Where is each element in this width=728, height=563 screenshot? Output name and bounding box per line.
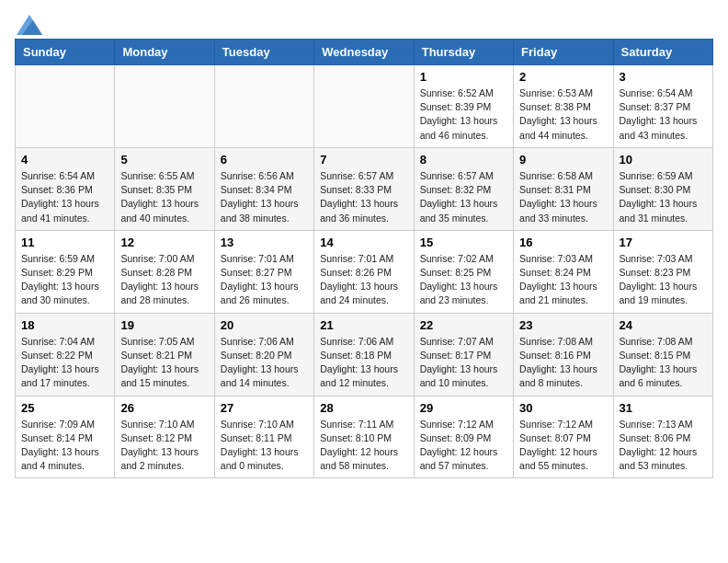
day-cell: 4Sunrise: 6:54 AMSunset: 8:36 PMDaylight… [16,147,115,230]
day-cell [16,65,115,148]
day-cell: 6Sunrise: 6:56 AMSunset: 8:34 PMDaylight… [214,147,313,230]
day-number: 7 [320,153,407,167]
day-number: 4 [21,153,108,167]
day-number: 22 [420,318,507,332]
day-info: Sunrise: 7:02 AMSunset: 8:25 PMDaylight:… [420,252,507,308]
day-cell: 18Sunrise: 7:04 AMSunset: 8:22 PMDayligh… [16,313,115,396]
day-number: 23 [519,318,607,332]
day-info: Sunrise: 7:04 AMSunset: 8:22 PMDaylight:… [21,335,108,391]
day-info: Sunrise: 6:56 AMSunset: 8:34 PMDaylight:… [221,169,308,225]
day-cell: 10Sunrise: 6:59 AMSunset: 8:30 PMDayligh… [613,147,712,230]
day-cell: 3Sunrise: 6:54 AMSunset: 8:37 PMDaylight… [613,65,712,148]
day-cell: 27Sunrise: 7:10 AMSunset: 8:11 PMDayligh… [214,396,313,478]
weekday-header-thursday: Thursday [414,40,513,65]
day-cell [115,65,214,148]
day-cell: 15Sunrise: 7:02 AMSunset: 8:25 PMDayligh… [414,230,513,313]
day-info: Sunrise: 7:05 AMSunset: 8:21 PMDaylight:… [120,335,208,391]
day-number: 1 [420,70,507,84]
day-info: Sunrise: 6:53 AMSunset: 8:38 PMDaylight:… [519,86,607,143]
day-number: 29 [420,401,507,415]
day-number: 20 [221,318,308,332]
day-cell: 16Sunrise: 7:03 AMSunset: 8:24 PMDayligh… [514,230,613,313]
day-cell: 26Sunrise: 7:10 AMSunset: 8:12 PMDayligh… [115,396,214,478]
day-info: Sunrise: 7:03 AMSunset: 8:23 PMDaylight:… [620,252,707,308]
day-number: 13 [221,236,308,249]
day-number: 25 [21,401,108,415]
week-row-4: 18Sunrise: 7:04 AMSunset: 8:22 PMDayligh… [16,313,713,396]
day-info: Sunrise: 6:54 AMSunset: 8:37 PMDaylight:… [620,86,707,143]
day-info: Sunrise: 7:03 AMSunset: 8:24 PMDaylight:… [519,252,607,308]
day-cell: 25Sunrise: 7:09 AMSunset: 8:14 PMDayligh… [16,396,115,478]
week-row-2: 4Sunrise: 6:54 AMSunset: 8:36 PMDaylight… [16,147,713,230]
day-number: 16 [519,236,607,249]
day-info: Sunrise: 6:58 AMSunset: 8:31 PMDaylight:… [519,169,607,225]
day-info: Sunrise: 7:06 AMSunset: 8:20 PMDaylight:… [221,335,308,391]
day-info: Sunrise: 6:54 AMSunset: 8:36 PMDaylight:… [21,169,108,225]
week-row-1: 1Sunrise: 6:52 AMSunset: 8:39 PMDaylight… [16,65,713,148]
day-cell: 24Sunrise: 7:08 AMSunset: 8:15 PMDayligh… [613,313,712,396]
day-number: 5 [120,153,208,167]
day-number: 17 [620,236,707,249]
day-cell: 11Sunrise: 6:59 AMSunset: 8:29 PMDayligh… [16,230,115,313]
weekday-header-row: SundayMondayTuesdayWednesdayThursdayFrid… [16,40,713,65]
day-cell: 12Sunrise: 7:00 AMSunset: 8:28 PMDayligh… [115,230,214,313]
day-info: Sunrise: 7:08 AMSunset: 8:15 PMDaylight:… [620,335,707,391]
day-number: 14 [320,236,407,249]
day-number: 6 [221,153,308,167]
day-info: Sunrise: 7:12 AMSunset: 8:09 PMDaylight:… [420,418,507,474]
week-row-5: 25Sunrise: 7:09 AMSunset: 8:14 PMDayligh… [16,396,713,478]
weekday-header-tuesday: Tuesday [214,40,313,65]
day-cell: 8Sunrise: 6:57 AMSunset: 8:32 PMDaylight… [414,147,513,230]
day-number: 2 [519,70,607,84]
weekday-header-wednesday: Wednesday [314,40,414,65]
day-info: Sunrise: 7:09 AMSunset: 8:14 PMDaylight:… [21,418,108,474]
day-info: Sunrise: 6:57 AMSunset: 8:33 PMDaylight:… [320,169,407,225]
day-info: Sunrise: 6:57 AMSunset: 8:32 PMDaylight:… [420,169,507,225]
day-info: Sunrise: 6:52 AMSunset: 8:39 PMDaylight:… [420,86,507,143]
day-info: Sunrise: 7:06 AMSunset: 8:18 PMDaylight:… [320,335,407,391]
day-info: Sunrise: 7:01 AMSunset: 8:26 PMDaylight:… [320,252,407,308]
day-info: Sunrise: 7:13 AMSunset: 8:06 PMDaylight:… [620,418,707,474]
day-number: 30 [519,401,607,415]
day-cell: 21Sunrise: 7:06 AMSunset: 8:18 PMDayligh… [314,313,414,396]
day-cell: 13Sunrise: 7:01 AMSunset: 8:27 PMDayligh… [214,230,313,313]
day-info: Sunrise: 7:10 AMSunset: 8:11 PMDaylight:… [221,418,308,474]
day-number: 9 [519,153,607,167]
day-number: 28 [320,401,407,415]
day-cell: 30Sunrise: 7:12 AMSunset: 8:07 PMDayligh… [514,396,613,478]
day-number: 3 [620,70,707,84]
day-cell: 28Sunrise: 7:11 AMSunset: 8:10 PMDayligh… [314,396,414,478]
day-number: 31 [620,401,707,415]
day-number: 11 [21,236,108,249]
day-info: Sunrise: 7:07 AMSunset: 8:17 PMDaylight:… [420,335,507,391]
day-cell: 5Sunrise: 6:55 AMSunset: 8:35 PMDaylight… [115,147,214,230]
day-info: Sunrise: 7:12 AMSunset: 8:07 PMDaylight:… [519,418,607,474]
day-cell: 23Sunrise: 7:08 AMSunset: 8:16 PMDayligh… [514,313,613,396]
day-info: Sunrise: 7:08 AMSunset: 8:16 PMDaylight:… [519,335,607,391]
day-cell: 31Sunrise: 7:13 AMSunset: 8:06 PMDayligh… [613,396,712,478]
day-info: Sunrise: 6:55 AMSunset: 8:35 PMDaylight:… [120,169,208,225]
day-cell: 1Sunrise: 6:52 AMSunset: 8:39 PMDaylight… [414,65,513,148]
day-info: Sunrise: 7:11 AMSunset: 8:10 PMDaylight:… [320,418,407,474]
day-cell: 22Sunrise: 7:07 AMSunset: 8:17 PMDayligh… [414,313,513,396]
day-info: Sunrise: 7:10 AMSunset: 8:12 PMDaylight:… [120,418,208,474]
weekday-header-saturday: Saturday [613,40,712,65]
day-cell [214,65,313,148]
day-cell [314,65,414,148]
day-number: 8 [420,153,507,167]
logo [15,15,42,31]
day-number: 24 [620,318,707,332]
weekday-header-friday: Friday [514,40,613,65]
day-number: 10 [620,153,707,167]
day-cell: 7Sunrise: 6:57 AMSunset: 8:33 PMDaylight… [314,147,414,230]
page-header [15,15,713,31]
day-number: 27 [221,401,308,415]
day-cell: 20Sunrise: 7:06 AMSunset: 8:20 PMDayligh… [214,313,313,396]
day-number: 26 [120,401,208,415]
day-info: Sunrise: 6:59 AMSunset: 8:30 PMDaylight:… [620,169,707,225]
day-cell: 19Sunrise: 7:05 AMSunset: 8:21 PMDayligh… [115,313,214,396]
day-number: 12 [120,236,208,249]
day-info: Sunrise: 7:01 AMSunset: 8:27 PMDaylight:… [221,252,308,308]
weekday-header-monday: Monday [115,40,214,65]
day-number: 21 [320,318,407,332]
